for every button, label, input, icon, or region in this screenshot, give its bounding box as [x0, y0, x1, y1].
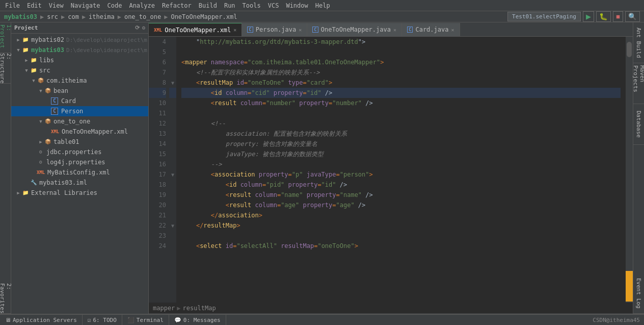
tab-onetoonemapper-java[interactable]: C OneToOneMapper.java ✕: [307, 23, 402, 36]
iml-icon: 🔧: [30, 179, 38, 186]
project-name: mybatis03: [4, 13, 37, 20]
line-numbers: 4 5 6 7 8 9 10 11 12 13 14 15 16 17 18 1…: [149, 37, 169, 303]
title-one-to-one: one_to_one: [124, 13, 161, 20]
tab-label: Person.java: [256, 26, 296, 33]
code-line-17: <association property="p" javaType="pers…: [181, 169, 621, 180]
menu-vcs[interactable]: VCS: [265, 1, 282, 10]
tree-item-onetoonemapper-xml[interactable]: ▶ XML OneToOneMapper.xml: [11, 127, 148, 137]
package-icon: 📦: [37, 77, 45, 84]
tab-close[interactable]: ✕: [299, 27, 302, 33]
menu-file[interactable]: File: [2, 1, 23, 10]
tree-item-bean[interactable]: ▼ 📦 bean: [11, 86, 148, 96]
menu-navigate[interactable]: Navigate: [68, 1, 103, 10]
right-panel-ant-build[interactable]: Ant Build: [633, 22, 644, 63]
code-line-14: property: 被包含对象的变量名: [181, 139, 621, 149]
tree-item-one-to-one[interactable]: ▼ 📦 one_to_one: [11, 116, 148, 127]
code-content[interactable]: "http://mybatis.org/dtd/mybatis-3-mapper…: [176, 37, 626, 303]
tree-label: mybatis03: [31, 46, 64, 54]
code-line-12: <!--: [181, 118, 621, 129]
tree-arrow: ▼: [38, 88, 44, 93]
editor-content: 4 5 6 7 8 9 10 11 12 13 14 15 16 17 18 1…: [149, 37, 633, 303]
vertical-scrollbar[interactable]: [626, 37, 633, 303]
tab-card-java[interactable]: C Card.java ✕: [402, 23, 460, 36]
code-line-8: <resultMap id="oneToOne" type="card">: [181, 78, 621, 88]
sidebar-sync-icon[interactable]: ⟳: [135, 24, 140, 31]
right-panel-database[interactable]: Database: [633, 104, 644, 145]
left-panel-structure[interactable]: 2: Structure: [0, 53, 11, 84]
tree-item-src[interactable]: ▼ 📁 src: [11, 65, 148, 76]
tree-arrow: ▼: [31, 78, 37, 83]
tree-item-mybatis03[interactable]: ▼ 📁 mybatis03 D:\develop\ideaproject\m: [11, 45, 148, 55]
scrollbar-thumb[interactable]: [627, 42, 632, 57]
bottom-tab-messages[interactable]: 💬 0: Messages: [169, 315, 226, 325]
code-line-5: [181, 47, 621, 57]
tree-label: one_to_one: [53, 118, 90, 125]
tree-item-table01[interactable]: ▶ 📦 table01: [11, 137, 148, 147]
title-file: OneToOneMapper.xml: [171, 13, 237, 20]
bottom-tab-terminal[interactable]: ⬛ Terminal: [122, 315, 169, 325]
tree-item-mybatisconfig-xml[interactable]: ▶ XML MyBatisConfig.xml: [11, 167, 148, 178]
folder-icon: 📁: [30, 57, 38, 64]
props-icon: ⚙: [37, 159, 45, 166]
search-button[interactable]: 🔍: [625, 11, 640, 22]
menu-run[interactable]: Run: [221, 1, 238, 10]
menu-view[interactable]: View: [46, 1, 67, 10]
menu-code[interactable]: Code: [104, 1, 125, 10]
menu-tools[interactable]: Tools: [239, 1, 264, 10]
tree-label: log4j.properties: [46, 159, 105, 166]
tree-item-jdbc-properties[interactable]: ▶ ⚙ jdbc.properties: [11, 147, 148, 157]
project-icon: 📁: [21, 46, 30, 54]
left-panel-favorites[interactable]: 2: Favorites: [0, 283, 11, 314]
code-line-18: <id column="pid" property="id" />: [181, 180, 621, 190]
bottom-tab-app-servers[interactable]: 🖥 Application Servers: [0, 315, 83, 325]
run-button[interactable]: ▶: [583, 11, 594, 22]
package-icon: 📦: [44, 87, 52, 94]
code-line-21: </association>: [181, 210, 621, 220]
sidebar-settings-icon[interactable]: ⚙: [142, 24, 145, 31]
tree-item-card[interactable]: ▶ C Card: [11, 96, 148, 106]
tab-label: Card.java: [415, 26, 448, 33]
menu-build[interactable]: Build: [196, 1, 220, 10]
right-panel-maven[interactable]: Maven Projects: [633, 63, 644, 104]
tree-item-mybatis03-iml[interactable]: ▶ 🔧 mybatis03.iml: [11, 178, 148, 188]
menu-edit[interactable]: Edit: [24, 1, 45, 10]
bottom-tab-todo[interactable]: ☑ 6: TODO: [83, 315, 122, 325]
todo-icon: ☑: [88, 317, 91, 323]
stop-button[interactable]: ■: [613, 11, 623, 22]
sidebar-title: Project: [14, 24, 38, 31]
title-bar: mybatis03 ▶ src ▶ com ▶ itheima ▶ one_to…: [0, 11, 644, 22]
menu-analyze[interactable]: Analyze: [126, 1, 158, 10]
xml-icon: XML: [51, 128, 59, 135]
left-panel-project[interactable]: 1: Project: [0, 22, 11, 53]
title-src: src: [47, 13, 58, 20]
xml-icon: XML: [37, 169, 45, 176]
tree-item-mybatis02[interactable]: ▶ 📁 mybatis02 D:\develop\ideaproject\m: [11, 35, 148, 45]
code-line-20: <result column="age" property="age" />: [181, 200, 621, 210]
breadcrumb-resultmap[interactable]: resultMap: [183, 305, 216, 312]
menu-refactor[interactable]: Refactor: [159, 1, 195, 10]
tree-label: mybatis02: [31, 36, 64, 43]
tab-onetoonemapper-xml[interactable]: XML OneToOneMapper.xml ✕: [149, 23, 242, 36]
right-panel-event-log[interactable]: Event Log: [633, 273, 644, 314]
debug-button[interactable]: 🐛: [596, 11, 611, 22]
tree-item-external-libs[interactable]: ▶ 📁 External Libraries: [11, 188, 148, 198]
tab-close[interactable]: ✕: [393, 27, 396, 33]
folder-icon: 📁: [21, 189, 30, 196]
menu-window[interactable]: Window: [283, 1, 311, 10]
title-itheima: itheima: [89, 13, 115, 20]
breadcrumb-mapper[interactable]: mapper: [153, 305, 175, 312]
tree-item-log4j-properties[interactable]: ▶ ⚙ log4j.properties: [11, 157, 148, 167]
code-line-11: [181, 108, 621, 118]
code-line-6: <mapper namespace="com.itheima.table01.O…: [181, 57, 621, 67]
tab-bar: XML OneToOneMapper.xml ✕ C Person.java ✕…: [149, 22, 633, 37]
tab-close[interactable]: ✕: [233, 27, 236, 33]
menu-help[interactable]: Help: [312, 1, 333, 10]
tree-item-com-itheima[interactable]: ▼ 📦 com.itheima: [11, 76, 148, 86]
tree-item-person[interactable]: ▶ C Person: [11, 106, 148, 116]
tab-person-java[interactable]: C Person.java ✕: [242, 23, 307, 36]
tab-close[interactable]: ✕: [451, 27, 454, 33]
tree-item-libs[interactable]: ▶ 📁 libs: [11, 55, 148, 65]
folder-icon: 📁: [30, 67, 38, 74]
run-config-label: Test01.selectPaging: [507, 12, 581, 21]
java-icon: C: [51, 97, 58, 105]
